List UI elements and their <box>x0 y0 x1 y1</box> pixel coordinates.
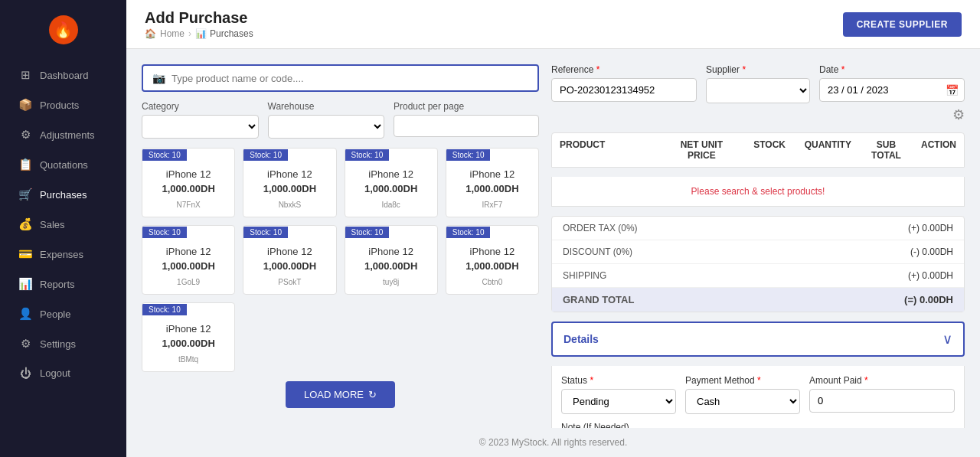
product-name: iPhone 12 <box>454 168 531 180</box>
product-card[interactable]: Stock: 10 iPhone 12 1,000.00DH tBMtq <box>142 302 235 372</box>
stock-badge: Stock: 10 <box>142 304 187 315</box>
order-tax-label: ORDER TAX (0%) <box>563 223 638 233</box>
search-hint: Please search & select products! <box>551 177 965 207</box>
per-page-label: Product per page <box>394 101 539 112</box>
reference-label: Reference * <box>551 64 697 75</box>
sidebar-item-expenses[interactable]: 💳 Expenses <box>5 240 122 269</box>
settings-icon: ⚙ <box>18 337 32 351</box>
sidebar-item-products[interactable]: 📦 Products <box>5 90 122 119</box>
product-price: 1,000.00DH <box>150 183 227 194</box>
sidebar-label-logout: Logout <box>40 367 70 379</box>
sidebar-item-people[interactable]: 👤 People <box>5 299 122 328</box>
product-price: 1,000.00DH <box>353 260 430 272</box>
status-select[interactable]: Pending Received Cancelled <box>561 389 676 414</box>
amount-paid-group: Amount Paid * 0 <box>809 375 955 414</box>
product-card[interactable]: Stock: 10 iPhone 12 1,000.00DH IRxF7 <box>446 148 539 217</box>
category-label: Category <box>142 101 259 112</box>
sidebar-item-logout[interactable]: ⏻ Logout <box>5 359 122 387</box>
note-label: Note (If Needed) <box>561 422 955 428</box>
sidebar-item-quotations[interactable]: 📋 Quotations <box>5 150 122 179</box>
sidebar-item-reports[interactable]: 📊 Reports <box>5 269 122 299</box>
product-card-body: iPhone 12 1,000.00DH IRxF7 <box>446 161 538 217</box>
details-header[interactable]: Details ∨ <box>551 322 965 357</box>
sidebar-label-products: Products <box>40 100 79 111</box>
col-sub-total: SUB TOTAL <box>859 133 913 167</box>
product-code: Ida8c <box>353 201 430 209</box>
product-name: iPhone 12 <box>251 246 328 257</box>
search-input[interactable] <box>172 73 528 84</box>
order-tax-row: ORDER TAX (0%) (+) 0.00DH <box>552 217 964 240</box>
category-select[interactable] <box>142 115 259 139</box>
amount-paid-label: Amount Paid * <box>809 375 955 386</box>
filters-row: Category Warehouse Product per page 9 <box>142 101 539 139</box>
col-product: PRODUCT <box>552 133 661 167</box>
amount-paid-input[interactable]: 0 <box>809 389 955 413</box>
sidebar-item-sales[interactable]: 💰 Sales <box>5 210 122 239</box>
product-card-body: iPhone 12 1,000.00DH PSokT <box>243 238 335 294</box>
sidebar-item-adjustments[interactable]: ⚙ Adjustments <box>5 120 122 149</box>
grand-total-label: GRAND TOTAL <box>563 294 634 305</box>
sidebar-item-purchases[interactable]: 🛒 Purchases <box>5 180 122 209</box>
top-form-row: Reference * PO-20230123134952 Supplier *… <box>551 64 965 103</box>
sidebar-item-dashboard[interactable]: ⊞ Dashboard <box>5 60 122 90</box>
reference-input[interactable]: PO-20230123134952 <box>551 78 697 102</box>
sidebar-item-settings[interactable]: ⚙ Settings <box>5 329 122 358</box>
breadcrumb-home[interactable]: Home <box>160 28 185 39</box>
shipping-value: (+) 0.00DH <box>908 270 953 281</box>
adjustments-icon: ⚙ <box>18 128 32 142</box>
left-panel: 📷 Category Warehouse Pr <box>142 64 539 413</box>
sidebar-label-people: People <box>40 308 70 320</box>
load-more-label: LOAD MORE <box>304 389 364 400</box>
product-card[interactable]: Stock: 10 iPhone 12 1,000.00DH tuy8j <box>345 225 438 295</box>
grand-total-row: GRAND TOTAL (=) 0.00DH <box>552 288 964 312</box>
col-action: ACTION <box>913 133 964 167</box>
refresh-icon: ↻ <box>368 389 377 400</box>
load-more-button[interactable]: LOAD MORE ↻ <box>286 381 395 408</box>
people-icon: 👤 <box>18 307 32 321</box>
date-input-wrapper: 23 / 01 / 2023 📅 <box>819 78 965 102</box>
topbar-left: Add Purchase 🏠 Home › 📊 Purchases <box>145 9 253 39</box>
dashboard-icon: ⊞ <box>18 68 32 82</box>
product-price: 1,000.00DH <box>251 260 328 272</box>
product-card[interactable]: Stock: 10 iPhone 12 1,000.00DH N7FnX <box>142 148 235 217</box>
create-supplier-button[interactable]: CREATE SUPPLIER <box>843 12 962 37</box>
shipping-label: SHIPPING <box>563 270 606 281</box>
product-name: iPhone 12 <box>150 246 227 257</box>
product-price: 1,000.00DH <box>251 183 328 194</box>
date-input[interactable]: 23 / 01 / 2023 <box>819 78 965 102</box>
col-quantity: QUANTITY <box>797 133 859 167</box>
sidebar: 🔥 ⊞ Dashboard📦 Products⚙ Adjustments📋 Qu… <box>0 0 126 457</box>
product-card[interactable]: Stock: 10 iPhone 12 1,000.00DH NbxkS <box>243 148 336 217</box>
sidebar-label-sales: Sales <box>40 219 65 230</box>
product-name: iPhone 12 <box>353 246 430 257</box>
breadcrumb-sep: › <box>188 28 191 39</box>
product-card[interactable]: Stock: 10 iPhone 12 1,000.00DH PSokT <box>243 225 336 295</box>
product-card[interactable]: Stock: 10 iPhone 12 1,000.00DH Ida8c <box>345 148 438 217</box>
breadcrumb: 🏠 Home › 📊 Purchases <box>145 28 253 39</box>
settings-gear-icon[interactable]: ⚙ <box>952 106 965 123</box>
home-icon: 🏠 <box>145 28 156 39</box>
stock-badge: Stock: 10 <box>142 227 187 238</box>
payment-method-select[interactable]: Cash Bank Transfer Cheque <box>685 389 800 414</box>
payment-method-group: Payment Method * Cash Bank Transfer Cheq… <box>685 375 800 414</box>
warehouse-select[interactable] <box>268 115 385 139</box>
sidebar-label-dashboard: Dashboard <box>40 70 89 81</box>
camera-icon: 📷 <box>152 72 165 84</box>
warehouse-filter: Warehouse <box>268 101 385 139</box>
page-title: Add Purchase <box>145 9 253 27</box>
sidebar-label-quotations: Quotations <box>40 159 88 171</box>
footer: © 2023 MyStock. All rights reserved. <box>126 428 980 457</box>
reference-group: Reference * PO-20230123134952 <box>551 64 697 103</box>
stock-badge: Stock: 10 <box>243 227 288 238</box>
discount-label: DISCOUNT (0%) <box>563 246 632 257</box>
logout-icon: ⏻ <box>18 367 32 380</box>
stock-badge: Stock: 10 <box>446 149 491 161</box>
product-card[interactable]: Stock: 10 iPhone 12 1,000.00DH Cbtn0 <box>446 225 539 295</box>
product-card-body: iPhone 12 1,000.00DH Cbtn0 <box>446 238 538 294</box>
product-price: 1,000.00DH <box>454 183 531 194</box>
supplier-select[interactable] <box>706 78 810 103</box>
stock-badge: Stock: 10 <box>345 149 390 161</box>
per-page-input[interactable]: 9 <box>394 115 539 137</box>
details-form-row: Status * Pending Received Cancelled Paym… <box>561 375 955 414</box>
product-card[interactable]: Stock: 10 iPhone 12 1,000.00DH 1GoL9 <box>142 225 235 295</box>
